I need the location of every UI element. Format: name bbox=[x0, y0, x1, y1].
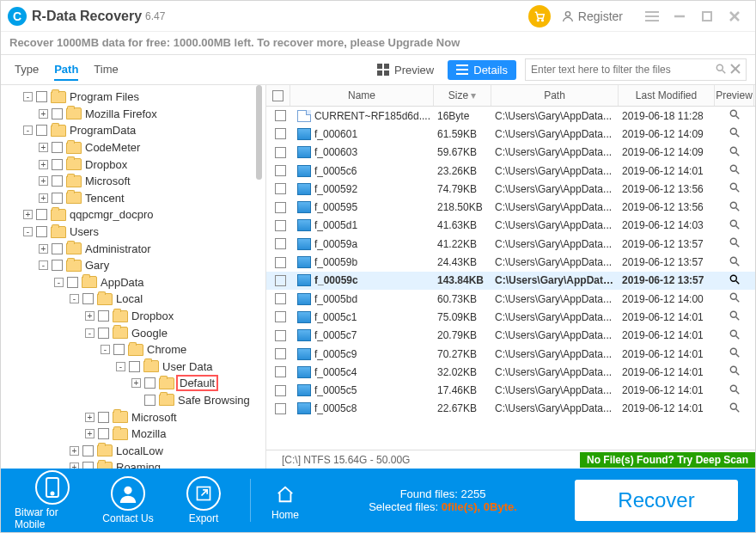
search-icon[interactable] bbox=[715, 63, 727, 77]
row-checkbox[interactable] bbox=[275, 147, 286, 158]
col-checkbox[interactable] bbox=[266, 85, 290, 106]
tree-node[interactable]: -Users bbox=[3, 224, 264, 241]
tree-node[interactable]: +Tencent bbox=[3, 190, 264, 207]
file-row[interactable]: f_00060359.67KBC:\Users\Gary\AppData...2… bbox=[266, 144, 755, 162]
tree-node[interactable]: -Google bbox=[3, 324, 264, 341]
tree-checkbox[interactable] bbox=[52, 175, 63, 187]
preview-icon[interactable] bbox=[718, 181, 751, 196]
file-row[interactable]: f_000595218.50KBC:\Users\Gary\AppData...… bbox=[266, 198, 755, 216]
cart-icon[interactable] bbox=[528, 5, 551, 28]
row-checkbox[interactable] bbox=[275, 293, 286, 304]
preview-icon[interactable] bbox=[718, 126, 751, 141]
tab-type[interactable]: Type bbox=[15, 59, 39, 81]
tree-checkbox[interactable] bbox=[52, 159, 63, 170]
file-row[interactable]: f_0005c175.09KBC:\Users\Gary\AppData...2… bbox=[266, 308, 755, 326]
file-row[interactable]: f_0005c517.46KBC:\Users\Gary\AppData...2… bbox=[266, 381, 755, 399]
close-icon[interactable] bbox=[721, 3, 748, 30]
row-checkbox[interactable] bbox=[275, 348, 286, 359]
expand-toggle[interactable]: + bbox=[70, 446, 79, 456]
tree-node[interactable]: -AppData bbox=[3, 274, 264, 291]
tree-node[interactable]: -Chrome bbox=[3, 341, 264, 358]
clear-filter-icon[interactable] bbox=[730, 63, 741, 77]
row-checkbox[interactable] bbox=[275, 183, 286, 194]
expand-toggle[interactable]: + bbox=[85, 311, 94, 321]
tree-checkbox[interactable] bbox=[113, 344, 125, 355]
tree-node[interactable]: -Local bbox=[3, 291, 264, 308]
list-body[interactable]: CURRENT~RF185d6d....16ByteC:\Users\Gary\… bbox=[266, 107, 755, 450]
preview-icon[interactable] bbox=[718, 255, 751, 270]
col-name[interactable]: Name bbox=[290, 85, 434, 106]
tree-checkbox[interactable] bbox=[67, 277, 78, 288]
row-checkbox[interactable] bbox=[275, 128, 286, 139]
col-modified[interactable]: Last Modified bbox=[619, 85, 715, 106]
expand-toggle[interactable]: - bbox=[23, 227, 33, 236]
tree-checkbox[interactable] bbox=[52, 108, 63, 119]
expand-toggle[interactable]: - bbox=[101, 345, 110, 354]
expand-toggle[interactable]: + bbox=[70, 463, 79, 469]
preview-icon[interactable] bbox=[718, 236, 751, 251]
preview-icon[interactable] bbox=[718, 200, 751, 215]
tree-node[interactable]: +Default bbox=[3, 375, 264, 392]
row-checkbox[interactable] bbox=[275, 385, 286, 396]
tree-checkbox[interactable] bbox=[98, 310, 109, 322]
tree-checkbox[interactable] bbox=[52, 260, 63, 271]
file-row[interactable]: CURRENT~RF185d6d....16ByteC:\Users\Gary\… bbox=[266, 107, 755, 125]
expand-toggle[interactable]: + bbox=[39, 193, 48, 203]
view-details-button[interactable]: Details bbox=[448, 60, 516, 80]
col-preview[interactable]: Preview bbox=[715, 85, 754, 106]
recover-button[interactable]: Recover bbox=[575, 480, 738, 521]
expand-toggle[interactable]: + bbox=[23, 210, 33, 219]
row-checkbox[interactable] bbox=[275, 311, 286, 322]
file-row[interactable]: f_0005c720.79KBC:\Users\Gary\AppData...2… bbox=[266, 327, 755, 345]
tree-node[interactable]: -Program Files bbox=[3, 89, 264, 106]
filter-input[interactable] bbox=[531, 64, 711, 76]
expand-toggle[interactable]: - bbox=[85, 328, 94, 338]
preview-icon[interactable] bbox=[718, 291, 751, 306]
row-checkbox[interactable] bbox=[275, 202, 286, 213]
row-checkbox[interactable] bbox=[275, 275, 286, 286]
tree-node[interactable]: -Gary bbox=[3, 257, 264, 274]
expand-toggle[interactable]: + bbox=[39, 176, 48, 186]
file-row[interactable]: f_0005d141.63KBC:\Users\Gary\AppData...2… bbox=[266, 217, 755, 235]
row-checkbox[interactable] bbox=[275, 165, 286, 176]
row-checkbox[interactable] bbox=[275, 257, 286, 268]
tree-checkbox[interactable] bbox=[129, 361, 140, 372]
row-checkbox[interactable] bbox=[275, 220, 286, 231]
folder-tree[interactable]: -Program Files+Mozilla Firefox-ProgramDa… bbox=[1, 85, 266, 469]
expand-toggle[interactable]: + bbox=[85, 429, 94, 438]
file-row[interactable]: f_00059274.79KBC:\Users\Gary\AppData...2… bbox=[266, 180, 755, 198]
tree-checkbox[interactable] bbox=[144, 377, 155, 389]
tree-checkbox[interactable] bbox=[36, 125, 47, 136]
register-link[interactable]: Register bbox=[561, 9, 623, 23]
tree-checkbox[interactable] bbox=[36, 226, 47, 237]
expand-toggle[interactable]: - bbox=[23, 126, 33, 135]
file-row[interactable]: f_0005c822.67KBC:\Users\Gary\AppData...2… bbox=[266, 400, 755, 418]
file-row[interactable]: f_0005c970.27KBC:\Users\Gary\AppData...2… bbox=[266, 345, 755, 363]
tree-node[interactable]: -User Data bbox=[3, 358, 264, 376]
expand-toggle[interactable]: + bbox=[39, 244, 48, 254]
tab-time[interactable]: Time bbox=[94, 59, 118, 81]
row-checkbox[interactable] bbox=[275, 238, 286, 249]
tree-node[interactable]: +Microsoft bbox=[3, 173, 264, 190]
tree-node[interactable]: +CodeMeter bbox=[3, 139, 264, 156]
expand-toggle[interactable]: + bbox=[39, 143, 48, 152]
tree-node[interactable]: +Microsoft bbox=[3, 408, 264, 426]
minimize-icon[interactable] bbox=[666, 3, 693, 30]
tree-checkbox[interactable] bbox=[98, 428, 109, 439]
tree-checkbox[interactable] bbox=[82, 445, 94, 456]
preview-icon[interactable] bbox=[718, 163, 751, 178]
file-row[interactable]: f_00059a41.22KBC:\Users\Gary\AppData...2… bbox=[266, 235, 755, 253]
col-path[interactable]: Path bbox=[491, 85, 619, 106]
tree-node[interactable]: -ProgramData bbox=[3, 122, 264, 139]
expand-toggle[interactable]: + bbox=[85, 413, 94, 422]
tree-node[interactable]: Safe Browsing bbox=[3, 392, 264, 409]
tree-node[interactable]: +Mozilla bbox=[3, 426, 264, 443]
file-row[interactable]: f_0005bd60.73KBC:\Users\Gary\AppData...2… bbox=[266, 290, 755, 308]
file-row[interactable]: f_00059c143.84KBC:\Users\Gary\AppData...… bbox=[266, 272, 755, 290]
file-row[interactable]: f_00059b24.43KBC:\Users\Gary\AppData...2… bbox=[266, 253, 755, 271]
tree-node[interactable]: +LocalLow bbox=[3, 442, 264, 459]
deep-scan-banner[interactable]: No File(s) Found? Try Deep Scan bbox=[580, 452, 755, 468]
file-row[interactable]: f_00060161.59KBC:\Users\Gary\AppData...2… bbox=[266, 125, 755, 143]
expand-toggle[interactable]: - bbox=[39, 260, 48, 270]
preview-icon[interactable] bbox=[718, 108, 751, 123]
